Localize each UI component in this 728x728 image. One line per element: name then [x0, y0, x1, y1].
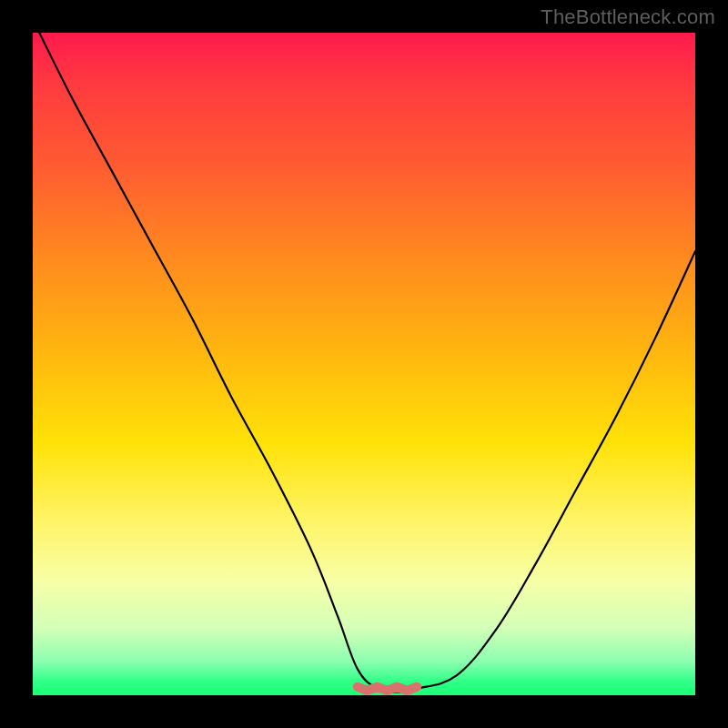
plot-area — [33, 33, 695, 695]
flat-marker — [358, 687, 418, 691]
chart-container: TheBottleneck.com — [0, 0, 728, 728]
bottleneck-curve — [39, 33, 695, 692]
curve-svg — [33, 33, 695, 695]
watermark-text: TheBottleneck.com — [541, 5, 715, 29]
